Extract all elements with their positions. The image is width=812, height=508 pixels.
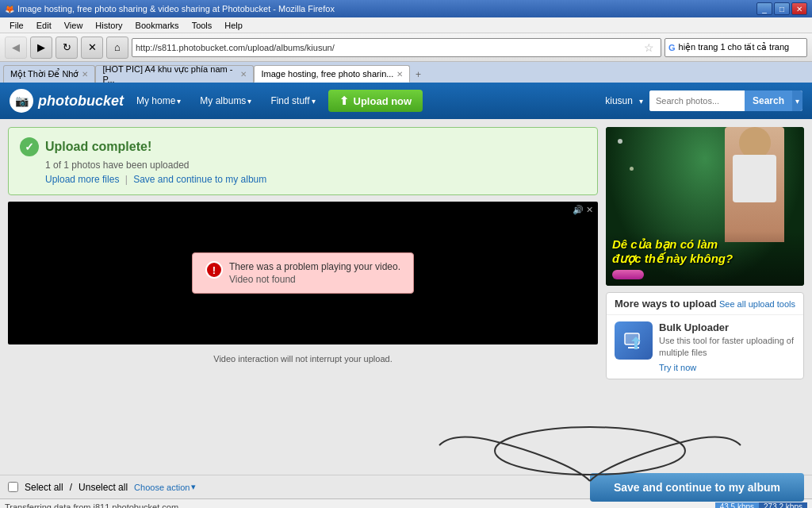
upload-btn-label: Upload now <box>354 95 412 107</box>
tab-1-label: Một Thời Để Nhớ <box>10 69 79 79</box>
bulk-icon <box>615 321 653 360</box>
minimize-button[interactable]: _ <box>756 2 772 15</box>
save-button-area: Save and continue to my album <box>590 473 804 502</box>
close-button[interactable]: ✕ <box>791 2 807 15</box>
video-controls[interactable]: 🔊 ✕ <box>573 205 593 215</box>
maximize-button[interactable]: □ <box>774 2 790 15</box>
menu-file[interactable]: File <box>3 19 30 32</box>
google-logo: G <box>668 43 676 52</box>
video-error-title: There was a problem playing your video. <box>229 261 400 272</box>
menu-help[interactable]: Help <box>218 19 249 32</box>
tab-3-close[interactable]: ✕ <box>396 70 403 79</box>
bulk-info: Bulk Uploader Use this tool for faster u… <box>659 321 795 372</box>
stop-button[interactable]: ✕ <box>81 37 103 59</box>
menu-edit[interactable]: Edit <box>30 19 58 32</box>
slash-separator: / <box>70 482 72 493</box>
link-separator: | <box>125 174 130 185</box>
ad-box[interactable]: Dê của bạn có làmđược thế này không? <box>606 127 804 286</box>
bottom-bar: Select all / Unselect all Choose action … <box>0 475 812 498</box>
video-caption: Video interaction will not interrupt you… <box>8 351 598 367</box>
menu-history[interactable]: History <box>89 19 128 32</box>
save-continue-link[interactable]: Save and continue to my album <box>133 174 266 185</box>
bulk-title: Bulk Uploader <box>659 321 795 333</box>
tab-2[interactable]: [HOT PIC] A4 khu vực phía nam - P... ✕ <box>95 65 254 83</box>
tab-3[interactable]: Image hosting, free photo sharin... ✕ <box>254 65 410 83</box>
upload-complete-subtitle: 1 of 1 photos have been uploaded <box>45 160 586 171</box>
status-text: Transferring data from i811.photobucket.… <box>5 502 186 509</box>
tab-1-close[interactable]: ✕ <box>82 70 88 79</box>
menu-bookmarks[interactable]: Bookmarks <box>129 19 186 32</box>
tab-1[interactable]: Một Thời Để Nhớ ✕ <box>3 65 95 83</box>
bulk-uploader: Bulk Uploader Use this tool for faster u… <box>607 315 803 379</box>
error-icon: ! <box>205 261 223 279</box>
upload-now-button[interactable]: ⬆ Upload now <box>328 90 423 112</box>
forward-button[interactable]: ▶ <box>30 37 52 59</box>
pb-logo-icon: 📷 <box>10 89 33 113</box>
new-tab-button[interactable]: + <box>410 67 426 83</box>
browser-search-text: hiện trang 1 cho tất cả trang <box>679 42 790 52</box>
select-all-checkbox[interactable] <box>8 482 18 492</box>
albums-dropdown-icon: ▾ <box>247 97 251 106</box>
main-content: ✓ Upload complete! 1 of 1 photos have be… <box>0 119 812 475</box>
photobucket-header: 📷 photobucket My home ▾ My albums ▾ Find… <box>0 83 812 119</box>
reload-button[interactable]: ↻ <box>56 37 78 59</box>
back-button[interactable]: ◀ <box>5 37 27 59</box>
find-dropdown-icon: ▾ <box>312 97 316 106</box>
more-ways-header: More ways to upload See all upload tools <box>607 293 803 315</box>
address-bar[interactable]: http://s811.photobucket.com/upload/album… <box>132 38 661 57</box>
user-dropdown-icon[interactable]: ▾ <box>639 97 643 106</box>
choose-action-dropdown-icon: ▾ <box>191 482 196 492</box>
unselect-all-label[interactable]: Unselect all <box>79 482 128 493</box>
upload-complete-header: ✓ Upload complete! <box>20 137 586 156</box>
choose-action-label: Choose action <box>134 483 190 492</box>
ad-title: Dê của bạn có làmđược thế này không? <box>612 237 798 266</box>
address-text: http://s811.photobucket.com/upload/album… <box>136 43 644 52</box>
video-player: 🔊 ✕ ! There was a problem playing your v… <box>8 202 598 344</box>
search-dropdown-button[interactable]: ▾ <box>792 90 802 111</box>
title-bar: 🦊 Image hosting, free photo sharing & vi… <box>0 0 812 17</box>
search-input[interactable] <box>649 90 745 111</box>
more-ways-title: More ways to upload <box>615 298 717 310</box>
status-speeds: 43.5 kbps 273.2 kbps <box>715 502 807 508</box>
left-panel: ✓ Upload complete! 1 of 1 photos have be… <box>8 127 598 467</box>
save-continue-button[interactable]: Save and continue to my album <box>590 473 804 502</box>
star-icon: ☆ <box>644 41 654 54</box>
see-all-link[interactable]: See all upload tools <box>719 299 795 309</box>
tab-3-label: Image hosting, free photo sharin... <box>261 69 393 79</box>
video-error-sub: Video not found <box>229 274 400 285</box>
browser-search-box[interactable]: G hiện trang 1 cho tất cả trang <box>665 38 807 57</box>
try-it-link[interactable]: Try it now <box>659 363 795 372</box>
browser-icon: 🦊 <box>5 5 14 13</box>
pb-username: kiusun <box>605 95 633 106</box>
select-all-label: Select all <box>25 482 63 493</box>
window-title: Image hosting, free photo sharing & vide… <box>17 4 756 13</box>
status-speed1: 43.5 kbps <box>715 502 759 508</box>
video-error-box: ! There was a problem playing your video… <box>192 252 414 294</box>
pb-nav-find[interactable]: Find stuff ▾ <box>264 92 321 110</box>
home-button[interactable]: ⌂ <box>106 37 128 59</box>
ad-content: Dê của bạn có làmđược thế này không? <box>606 231 804 286</box>
right-panel: Dê của bạn có làmđược thế này không? Mor… <box>606 127 804 467</box>
upload-complete-links: Upload more files | Save and continue to… <box>45 174 586 185</box>
tabs-bar: Một Thời Để Nhớ ✕ [HOT PIC] A4 khu vực p… <box>0 62 812 83</box>
tab-2-close[interactable]: ✕ <box>240 70 247 79</box>
bulk-desc: Use this tool for faster uploading of mu… <box>659 335 795 360</box>
pb-logo: 📷 photobucket <box>10 89 124 113</box>
check-icon: ✓ <box>20 137 39 156</box>
pb-nav-albums[interactable]: My albums ▾ <box>193 92 258 110</box>
menu-view[interactable]: View <box>58 19 90 32</box>
pb-nav-home[interactable]: My home ▾ <box>130 92 187 110</box>
upload-icon: ⬆ <box>339 94 349 107</box>
pb-search-box[interactable]: Search ▾ <box>649 90 802 111</box>
menu-bar: File Edit View History Bookmarks Tools H… <box>0 17 812 33</box>
upload-complete-title: Upload complete! <box>45 140 151 154</box>
search-button[interactable]: Search <box>745 90 792 111</box>
ad-button[interactable] <box>612 270 644 279</box>
nav-bar: ◀ ▶ ↻ ✕ ⌂ http://s811.photobucket.com/up… <box>0 33 812 62</box>
window-controls: _ □ ✕ <box>756 2 807 15</box>
choose-action[interactable]: Choose action ▾ <box>134 482 196 492</box>
menu-tools[interactable]: Tools <box>186 19 219 32</box>
home-dropdown-icon: ▾ <box>177 97 181 106</box>
upload-more-link[interactable]: Upload more files <box>45 174 119 185</box>
pb-logo-text: photobucket <box>38 93 124 110</box>
